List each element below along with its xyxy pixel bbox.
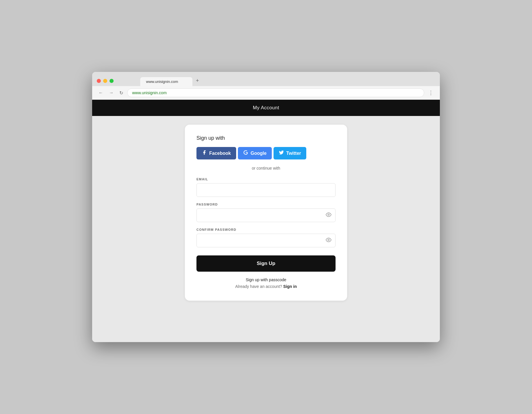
svg-point-1	[328, 239, 329, 241]
confirm-password-input-wrapper	[196, 234, 336, 247]
browser-menu-button[interactable]: ⋮	[427, 88, 435, 97]
reload-button[interactable]: ↻	[118, 89, 125, 97]
email-label: EMAIL	[196, 177, 336, 181]
facebook-button[interactable]: Facebook	[196, 147, 236, 159]
email-input[interactable]	[196, 183, 336, 197]
twitter-label: Twitter	[286, 151, 301, 156]
traffic-lights	[97, 79, 114, 83]
password-input[interactable]	[196, 208, 336, 222]
email-input-wrapper	[196, 183, 336, 197]
browser-window: www.unisignin.com + ← → ↻ ⋮ My Account S…	[92, 72, 440, 342]
password-label: PASSWORD	[196, 203, 336, 206]
confirm-password-label: CONFIRM PASSWORD	[196, 228, 336, 231]
divider-text: or continue with	[196, 166, 336, 170]
twitter-icon	[279, 150, 284, 157]
signup-button[interactable]: Sign Up	[196, 255, 336, 272]
app-title: My Account	[253, 105, 279, 110]
already-account-text: Already have an account? Sign in	[235, 284, 297, 289]
back-button[interactable]: ←	[97, 89, 105, 97]
password-group: PASSWORD	[196, 203, 336, 222]
email-group: EMAIL	[196, 177, 336, 197]
signup-card: Sign up with Facebook	[185, 125, 347, 301]
nav-bar: ← → ↻ ⋮	[92, 86, 440, 100]
browser-tab[interactable]: www.unisignin.com	[140, 77, 192, 86]
passcode-link[interactable]: Sign up with passcode	[196, 277, 336, 282]
tab-label: www.unisignin.com	[146, 79, 178, 84]
bottom-links: Sign up with passcode Already have an ac…	[196, 277, 336, 289]
close-button[interactable]	[97, 79, 101, 83]
signup-with-label: Sign up with	[196, 135, 336, 141]
minimize-button[interactable]	[103, 79, 107, 83]
confirm-password-group: CONFIRM PASSWORD	[196, 228, 336, 247]
maximize-button[interactable]	[110, 79, 114, 83]
twitter-button[interactable]: Twitter	[274, 147, 306, 159]
app-header: My Account	[92, 100, 440, 116]
new-tab-button[interactable]: +	[192, 75, 203, 86]
password-input-wrapper	[196, 208, 336, 222]
signin-link[interactable]: Sign in	[283, 284, 297, 289]
tab-bar: www.unisignin.com +	[140, 75, 203, 86]
forward-button[interactable]: →	[107, 89, 115, 97]
address-bar[interactable]	[127, 88, 424, 97]
password-eye-icon[interactable]	[326, 212, 331, 219]
confirm-password-eye-icon[interactable]	[326, 237, 331, 244]
confirm-password-input[interactable]	[196, 234, 336, 247]
title-bar: www.unisignin.com +	[92, 72, 440, 86]
google-label: Google	[251, 151, 267, 156]
page-content: Sign up with Facebook	[92, 116, 440, 342]
facebook-label: Facebook	[209, 151, 231, 156]
social-buttons: Facebook Google	[196, 147, 336, 159]
google-button[interactable]: Google	[238, 147, 272, 159]
svg-point-0	[328, 214, 329, 215]
facebook-icon	[202, 150, 207, 157]
google-icon	[243, 150, 248, 157]
